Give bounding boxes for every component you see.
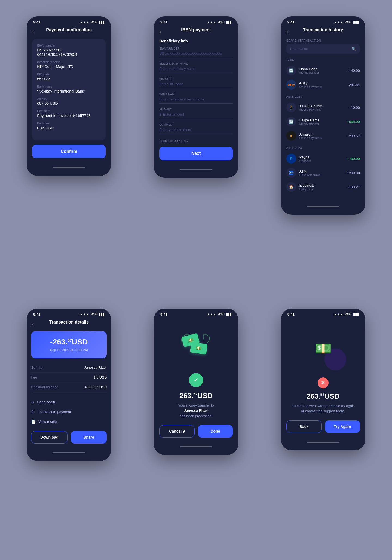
tx-felipe[interactable]: 🔄 Felipe Harris Money transfer +568.00 [286, 115, 360, 129]
home-indicator-6 [307, 442, 339, 443]
date-group-today: Today 🔄 Dana Dean Money transfer -140.00… [286, 58, 360, 92]
action-auto-payment[interactable]: ⏱ Create auto-payment [31, 407, 107, 417]
try-again-button[interactable]: Try Again [325, 420, 360, 433]
back-arrow-4[interactable]: ‹ [32, 321, 34, 327]
detail-sent-to: Sent to Janessa Ritter [31, 363, 107, 373]
error-money-icon: 💵 [315, 341, 332, 356]
signal-icon-6: ▲▲▲ [334, 312, 344, 316]
form-bank-name[interactable]: BANK NAME Enter beneficiary bank name [159, 93, 233, 104]
field-fee: Bank fee 0.15 USD [37, 122, 101, 130]
tx-electricity[interactable]: 🏠 Electricity Utility bills -198.27 [286, 180, 360, 194]
signal-icon-5: ▲▲▲ [207, 312, 216, 316]
home-indicator-3 [307, 206, 339, 207]
phone-error: 9:41 ▲▲▲ WiFi ▮▮▮ 💵 ✕ 263.57USD Somethin… [281, 309, 365, 450]
status-bar-6: 9:41 ▲▲▲ WiFi ▮▮▮ [281, 309, 365, 319]
money-bills: 💵 💵 [180, 330, 212, 362]
battery-icon-2: ▮▮▮ [226, 20, 232, 24]
home-indicator-1 [53, 167, 85, 168]
screen-title-4: ‹ Transaction details [27, 319, 111, 329]
battery-icon-3: ▮▮▮ [353, 20, 359, 24]
tx-amount-ebay: -287.84 [348, 83, 360, 87]
bank-fee-label: Bank fee: 0.15 USD [159, 136, 233, 147]
back-button[interactable]: Back [286, 420, 322, 433]
error-amount: 263.57USD [286, 392, 360, 401]
success-amount: 263.57USD [159, 392, 233, 400]
tx-ebay[interactable]: eBay eBay Online payments -287.84 [286, 78, 360, 92]
tx-icon-ebay: eBay [286, 80, 296, 90]
cancel-button[interactable]: Cancel 9 [159, 425, 195, 438]
time-4: 9:41 [33, 312, 40, 316]
share-button[interactable]: Share [71, 431, 107, 444]
screen-title-1: ‹ Payment confirmation [27, 26, 111, 37]
details-bottom-buttons: Download Share [31, 431, 107, 444]
field-bank: Bank name "Nexipay International Bank" [37, 85, 101, 93]
date-label-today: Today [286, 58, 360, 61]
form-bic-code[interactable]: BIC CODE Enter BIC code [159, 78, 233, 88]
back-arrow-3[interactable]: ‹ [286, 29, 288, 35]
form-beneficiary-name[interactable]: BENEFICIARY NAME Enter beneficiary name [159, 62, 233, 73]
phone-iban-payment: 9:41 ▲▲▲ WiFi ▮▮▮ ‹ IBAN payment Benefic… [154, 16, 238, 178]
big-amount: -263.57USD [38, 338, 100, 346]
status-bar-4: 9:41 ▲▲▲ WiFi ▮▮▮ [27, 309, 111, 319]
tx-amazon[interactable]: a Amazon Online payments -239.57 [286, 129, 360, 143]
field-comment: Comment Payment for invoice №1657748 [37, 109, 101, 118]
wifi-icon-5: WiFi [218, 312, 225, 316]
amount-date: Sep 10, 2022 at 11:34 AM [38, 348, 100, 352]
time-2: 9:41 [160, 20, 167, 24]
wings-svg [180, 330, 212, 362]
confirm-button[interactable]: Confirm [32, 145, 106, 158]
search-placeholder: Enter value [290, 47, 308, 51]
back-arrow-1[interactable]: ‹ [32, 29, 34, 35]
error-buttons: Back Try Again [286, 420, 360, 433]
field-beneficiary: Beneficiary name NIY Com - Major LTD [37, 60, 101, 69]
time-6: 9:41 [287, 312, 295, 316]
time-1: 9:41 [33, 20, 40, 24]
tx-amount-amazon: -239.57 [348, 134, 360, 138]
home-indicator-2 [180, 169, 212, 170]
done-button[interactable]: Done [198, 425, 233, 438]
search-icon: 🔍 [351, 47, 356, 51]
send-again-icon: ↺ [31, 400, 34, 404]
money-illustration: 💵 💵 [159, 324, 233, 368]
error-x-icon: ✕ [318, 377, 329, 388]
tx-icon-paypal: P [286, 154, 296, 164]
signal-icon-2: ▲▲▲ [207, 20, 216, 24]
next-button[interactable]: Next [159, 147, 233, 160]
page-wrapper: 9:41 ▲▲▲ WiFi ▮▮▮ ‹ Payment confirmation… [0, 0, 392, 560]
form-iban-number[interactable]: IBAN NUMBER US xx xxxxxx xxxxxxxxxxxxxxx… [159, 47, 233, 58]
home-indicator-4 [53, 452, 85, 453]
status-bar-1: 9:41 ▲▲▲ WiFi ▮▮▮ [27, 16, 111, 26]
tx-atm[interactable]: 🏧 ATM Cash withdrawal -1200.00 [286, 166, 360, 180]
field-bic: BIC code 657122 [37, 73, 101, 81]
confirmation-card: IBAN number US 25 687713 644119785521973… [32, 39, 106, 140]
tx-icon-electricity: 🏠 [286, 182, 296, 192]
search-bar[interactable]: Enter value 🔍 [286, 44, 360, 54]
date-group-apr1: Apr 1, 2023 P Paypal Deposits +700.00 🏧 … [286, 146, 360, 194]
amount-card: -263.57USD Sep 10, 2022 at 11:34 AM [31, 331, 107, 358]
battery-icon-6: ▮▮▮ [353, 312, 359, 316]
tx-phone[interactable]: 📱 +17869871235 Mobile payment -10.00 [286, 100, 360, 115]
tx-amount-felipe: +568.00 [347, 120, 360, 124]
signal-icon-3: ▲▲▲ [334, 20, 344, 24]
form-amount[interactable]: AMOUNT $ Enter amount [159, 108, 233, 119]
tx-dana-dean[interactable]: 🔄 Dana Dean Money transfer -140.00 [286, 63, 360, 78]
action-view-receipt[interactable]: 📄 View receipt [31, 417, 107, 427]
tx-paypal[interactable]: P Paypal Deposits +700.00 [286, 152, 360, 166]
auto-payment-icon: ⏱ [31, 410, 35, 414]
action-list: ↺ Send again ⏱ Create auto-payment 📄 Vie… [31, 397, 107, 427]
success-check-icon: ✓ [189, 373, 203, 387]
home-indicator-5 [180, 446, 212, 447]
form-comment[interactable]: COMMENT Enter your comment [159, 123, 233, 134]
section-title: Beneficiary info [159, 39, 233, 43]
tx-amount-paypal: +700.00 [347, 157, 360, 161]
action-send-again[interactable]: ↺ Send again [31, 397, 107, 407]
date-group-apr3: Apr 3, 2023 📱 +17869871235 Mobile paymen… [286, 95, 360, 143]
status-bar-5: 9:41 ▲▲▲ WiFi ▮▮▮ [154, 309, 238, 319]
download-button[interactable]: Download [31, 431, 68, 444]
tx-amount-electricity: -198.27 [348, 185, 360, 189]
tx-amount-dana: -140.00 [348, 69, 360, 73]
tx-icon-amazon: a [286, 131, 296, 141]
date-label-apr3: Apr 3, 2023 [286, 95, 360, 98]
status-bar-2: 9:41 ▲▲▲ WiFi ▮▮▮ [154, 16, 238, 26]
back-arrow-2[interactable]: ‹ [159, 29, 161, 35]
